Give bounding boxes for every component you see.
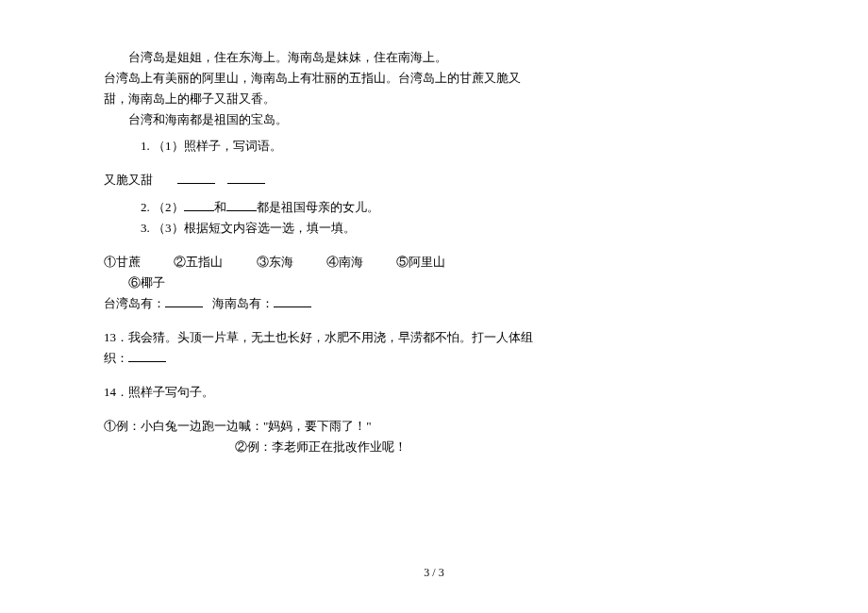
q14-example-1: ①例：小白兔一边跑一边喊："妈妈，要下雨了！" xyxy=(104,416,538,437)
blank-field[interactable] xyxy=(274,295,311,307)
options-row: ①甘蔗 ②五指山 ③东海 ④南海 ⑤阿里山 xyxy=(104,252,538,273)
q2-prefix: （2） xyxy=(153,200,184,214)
passage-line-1: 台湾岛是姐姐，住在东海上。海南岛是妹妹，住在南海上。 xyxy=(104,47,538,68)
q1-answer-line: 又脆又甜 xyxy=(104,170,538,191)
blank-field[interactable] xyxy=(165,295,203,307)
option-1: ①甘蔗 xyxy=(104,255,141,269)
q1-number: 1. xyxy=(141,139,150,153)
options-row-2: ⑥椰子 xyxy=(104,273,538,293)
q2-number: 2. xyxy=(141,200,150,214)
q3-label: （3）根据短文内容选一选，填一填。 xyxy=(153,221,356,235)
option-5: ⑤阿里山 xyxy=(396,255,445,269)
q13-text: 我会猜。头顶一片草，无土也长好，水肥不用浇，早涝都不怕。打一人体组织： xyxy=(104,330,533,365)
fill-line: 台湾岛有： 海南岛有： xyxy=(104,293,538,314)
passage-line-3: 台湾和海南都是祖国的宝岛。 xyxy=(104,109,538,130)
blank-field[interactable] xyxy=(128,350,166,362)
q2-mid: 和 xyxy=(214,200,226,214)
q1-label: （1）照样子，写词语。 xyxy=(153,139,282,153)
fill-taiwan: 台湾岛有： xyxy=(104,296,165,310)
question-13: 13．我会猜。头顶一片草，无土也长好，水肥不用浇，早涝都不怕。打一人体组织： xyxy=(104,327,538,369)
question-2: 2. （2）和都是祖国母亲的女儿。 xyxy=(104,197,538,218)
option-4: ④南海 xyxy=(326,255,363,269)
option-2: ②五指山 xyxy=(174,255,223,269)
blank-field[interactable] xyxy=(226,199,257,211)
q14-example-2: ②例：李老师正在批改作业呢！ xyxy=(104,437,538,457)
question-1: 1. （1）照样子，写词语。 xyxy=(104,136,538,157)
document-page: 台湾岛是姐姐，住在东海上。海南岛是妹妹，住在南海上。 台湾岛上有美丽的阿里山，海… xyxy=(104,47,538,458)
q14-number: 14． xyxy=(104,385,128,399)
option-6: ⑥椰子 xyxy=(128,275,165,290)
q13-number: 13． xyxy=(104,330,128,344)
blank-field[interactable] xyxy=(177,172,215,184)
q1-example: 又脆又甜 xyxy=(104,173,153,187)
option-3: ③东海 xyxy=(257,255,293,269)
q2-suffix: 都是祖国母亲的女儿。 xyxy=(257,200,379,214)
blank-field[interactable] xyxy=(184,199,214,211)
passage-line-2: 台湾岛上有美丽的阿里山，海南岛上有壮丽的五指山。台湾岛上的甘蔗又脆又甜，海南岛上… xyxy=(104,68,538,109)
q3-number: 3. xyxy=(141,221,150,235)
fill-hainan: 海南岛有： xyxy=(212,296,274,310)
blank-field[interactable] xyxy=(227,172,265,184)
page-number: 3 / 3 xyxy=(0,566,868,580)
q14-label: 照样子写句子。 xyxy=(128,385,214,399)
question-3: 3. （3）根据短文内容选一选，填一填。 xyxy=(104,218,538,239)
question-14: 14．照样子写句子。 xyxy=(104,382,538,403)
